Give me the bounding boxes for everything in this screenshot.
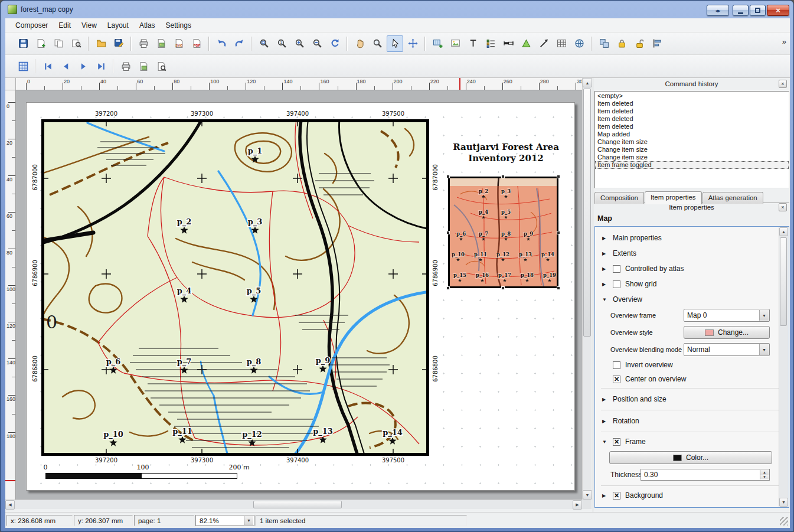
- frame-color-button[interactable]: Color...: [609, 451, 772, 464]
- section-frame[interactable]: Frame: [625, 438, 646, 446]
- print-atlas-button[interactable]: [117, 58, 134, 74]
- expand-arrow-icon[interactable]: ▶: [602, 251, 608, 256]
- scroll-right-icon[interactable]: ▶: [573, 500, 582, 510]
- tab-item-properties[interactable]: Item properties: [645, 191, 702, 204]
- redo-button[interactable]: [231, 35, 247, 52]
- composer-canvas[interactable]: 0 p_1p_2p_3p_4p_5p_6p_7p_8p_9p_10p_11p_1…: [16, 90, 582, 500]
- background-checkbox[interactable]: [613, 492, 620, 500]
- properties-scroll-thumb[interactable]: [780, 237, 787, 326]
- expand-arrow-icon[interactable]: ▶: [602, 419, 608, 424]
- selection-handle[interactable]: [446, 286, 450, 290]
- composition-map[interactable]: 0 p_1p_2p_3p_4p_5p_6p_7p_8p_9p_10p_11p_1…: [41, 119, 429, 456]
- selection-handle[interactable]: [501, 175, 505, 178]
- select-move-item-button[interactable]: [387, 35, 403, 52]
- add-shape-button[interactable]: [518, 35, 534, 52]
- overview-style-change-button[interactable]: Change...: [684, 326, 770, 339]
- controlled-by-atlas-checkbox[interactable]: [613, 265, 620, 273]
- selection-handle[interactable]: [446, 231, 450, 234]
- section-position-and-size[interactable]: Position and size: [613, 395, 666, 403]
- expand-arrow-icon[interactable]: ▶: [602, 236, 608, 241]
- scroll-up-icon[interactable]: ▲: [583, 78, 592, 87]
- spin-up-icon[interactable]: ▲: [760, 470, 769, 475]
- unlock-items-button[interactable]: [631, 35, 648, 52]
- load-template-button[interactable]: [93, 35, 109, 52]
- chevron-down-icon[interactable]: ▼: [244, 516, 253, 525]
- overview-map-item[interactable]: p_2p_3p_4p_5p_6p_7p_8p_9p_10p_11p_12p_13…: [448, 177, 558, 288]
- zoom-in-button[interactable]: [291, 35, 308, 52]
- history-item[interactable]: <empty>: [595, 92, 789, 100]
- section-extents[interactable]: Extents: [613, 249, 636, 257]
- history-item[interactable]: Item deleted: [595, 107, 789, 115]
- add-legend-button[interactable]: [482, 35, 499, 52]
- add-arrow-button[interactable]: [535, 35, 552, 52]
- expand-arrow-icon[interactable]: ▶: [602, 282, 608, 287]
- canvas-vertical-scrollbar[interactable]: ▲ ▼: [582, 78, 592, 500]
- menu-item-layout[interactable]: Layout: [102, 19, 134, 32]
- history-item[interactable]: Item deleted: [595, 100, 789, 107]
- section-overview[interactable]: Overview: [613, 295, 642, 303]
- overview-frame-combo[interactable]: Map 0▼: [684, 309, 770, 322]
- atlas-last-button[interactable]: [93, 58, 109, 74]
- history-item[interactable]: Change item size: [595, 138, 789, 146]
- scroll-down-icon[interactable]: ▼: [583, 490, 592, 500]
- expand-arrow-icon[interactable]: ▶: [602, 397, 608, 402]
- close-icon[interactable]: ×: [779, 203, 787, 211]
- zoom-button[interactable]: [369, 35, 385, 52]
- window-dock-button[interactable]: ◂▸: [707, 5, 729, 16]
- canvas-horizontal-scrollbar[interactable]: ◀ ▶: [5, 500, 582, 509]
- scroll-left-icon[interactable]: ◀: [5, 500, 15, 510]
- atlas-settings-button[interactable]: [153, 58, 169, 74]
- add-map-button[interactable]: [429, 35, 446, 52]
- toolbar-overflow-chevron[interactable]: »: [782, 37, 786, 46]
- export-image-button[interactable]: [153, 35, 169, 52]
- history-item[interactable]: Change item size: [595, 146, 789, 154]
- show-grid-checkbox[interactable]: [613, 280, 620, 288]
- spin-down-icon[interactable]: ▼: [760, 475, 769, 479]
- menu-item-settings[interactable]: Settings: [161, 19, 197, 32]
- align-items-button[interactable]: [649, 35, 665, 52]
- overview-blending-combo[interactable]: Normal▼: [684, 343, 770, 356]
- zoom-out-button[interactable]: [309, 35, 325, 52]
- chevron-down-icon[interactable]: ▼: [759, 310, 769, 321]
- pan-button[interactable]: [351, 35, 368, 52]
- atlas-preview-button[interactable]: [15, 58, 31, 74]
- export-atlas-button[interactable]: [135, 58, 152, 74]
- zoom-full-button[interactable]: [256, 35, 272, 52]
- add-image-button[interactable]: [447, 35, 463, 52]
- command-history-list[interactable]: <empty>Item deletedItem deletedItem dele…: [594, 91, 789, 188]
- scroll-up-icon[interactable]: ▲: [779, 227, 788, 236]
- frame-checkbox[interactable]: [613, 438, 620, 446]
- zoom-combo[interactable]: 82.1%▼: [195, 515, 254, 526]
- atlas-next-button[interactable]: [75, 58, 92, 74]
- selection-handle[interactable]: [557, 286, 560, 290]
- section-controlled-by-atlas[interactable]: Controlled by atlas: [625, 265, 684, 273]
- history-item[interactable]: Change item size: [595, 154, 789, 161]
- export-pdf-button[interactable]: PDF: [188, 35, 205, 52]
- tab-composition[interactable]: Composition: [594, 192, 644, 204]
- menu-item-atlas[interactable]: Atlas: [134, 19, 161, 32]
- selection-handle[interactable]: [557, 175, 560, 178]
- add-scalebar-button[interactable]: [500, 35, 517, 52]
- composer-manager-button[interactable]: [68, 35, 84, 52]
- maximize-button[interactable]: [750, 5, 766, 16]
- collapse-arrow-icon[interactable]: ▼: [602, 439, 608, 445]
- resize-grip[interactable]: [780, 517, 788, 526]
- menu-item-view[interactable]: View: [76, 19, 102, 32]
- minimize-button[interactable]: [733, 5, 749, 16]
- center-on-overview-checkbox[interactable]: [613, 376, 620, 383]
- zoom-actual-button[interactable]: 1: [273, 35, 290, 52]
- section-main-properties[interactable]: Main properties: [613, 234, 662, 242]
- tab-atlas-generation[interactable]: Atlas generation: [702, 192, 763, 204]
- horizontal-scroll-thumb[interactable]: [253, 501, 342, 508]
- history-item[interactable]: Map added: [595, 130, 789, 138]
- chevron-down-icon[interactable]: ▼: [759, 344, 769, 355]
- history-item[interactable]: Item deleted: [595, 115, 789, 123]
- composition-title[interactable]: Rautjarvi Forest Area Inventory 2012: [435, 142, 577, 164]
- close-icon[interactable]: ×: [779, 80, 787, 88]
- add-html-button[interactable]: [571, 35, 587, 52]
- selection-handle[interactable]: [557, 231, 560, 234]
- atlas-prev-button[interactable]: [57, 58, 74, 74]
- expand-arrow-icon[interactable]: ▶: [602, 493, 608, 498]
- history-item[interactable]: Item deleted: [595, 123, 789, 130]
- group-items-button[interactable]: [596, 35, 612, 52]
